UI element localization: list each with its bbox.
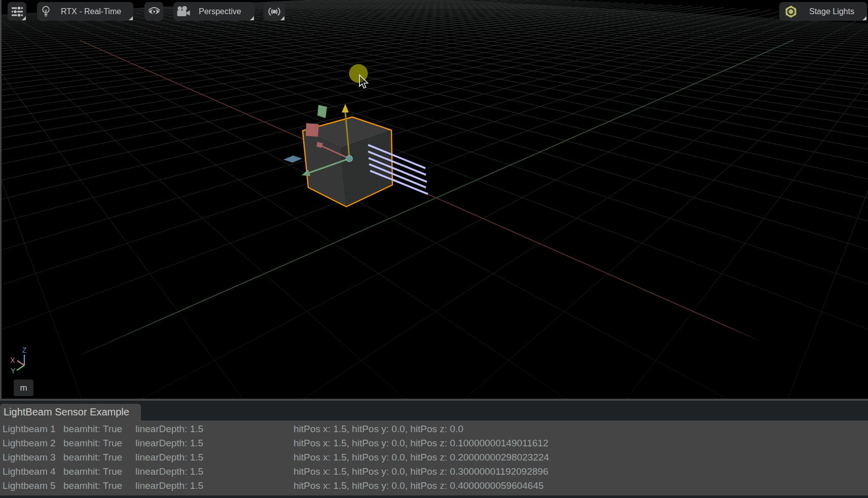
sensor-row-beamhit: beamhit: True (63, 465, 135, 479)
unit-badge[interactable]: m (14, 379, 33, 396)
scene-svg: Z X Y (0, 0, 868, 399)
renderer-mode-button[interactable]: RTX - Real-Time (37, 2, 133, 21)
sensor-row-lineardepth: linearDepth: 1.5 (135, 436, 294, 450)
tripod-y-label: Y (11, 367, 16, 375)
dropdown-corner-icon (250, 16, 254, 20)
tripod-z-label: Z (22, 346, 27, 354)
sensor-row-beamhit: beamhit: True (63, 450, 135, 465)
sensor-row-lineardepth: linearDepth: 1.5 (135, 479, 294, 493)
tripod-x-label: X (10, 356, 15, 364)
gizmo-xz-plane-handle[interactable] (306, 123, 319, 137)
sensor-row-name: Lightbeam 3 (3, 450, 63, 465)
sensor-row-name: Lightbeam 4 (3, 465, 63, 479)
sensor-row-beamhit: beamhit: True (63, 436, 135, 450)
signal-button[interactable] (264, 2, 285, 21)
sensor-row-lineardepth: linearDepth: 1.5 (135, 450, 294, 465)
viewport-3d[interactable]: Z X Y RTX - Real (0, 0, 868, 399)
dropdown-corner-icon (129, 16, 133, 20)
video-camera-icon (177, 6, 190, 17)
sensor-row-hitpos: hitPos x: 1.5, hitPos y: 0.0, hitPos z: … (294, 479, 544, 493)
viewport-settings-button[interactable] (8, 2, 26, 21)
sensor-row-lineardepth: linearDepth: 1.5 (135, 465, 294, 479)
viewport-left-edge (0, 0, 2, 399)
sensor-row-lineardepth: linearDepth: 1.5 (135, 422, 294, 436)
eye-icon (148, 7, 161, 16)
sensor-row-beamhit: beamhit: True (63, 479, 135, 493)
panel-bottom-strip (0, 495, 868, 498)
camera-view-button[interactable]: Perspective (173, 2, 255, 21)
sensor-row: Lightbeam 2beamhit: TruelinearDepth: 1.5… (0, 436, 868, 450)
panel-tab-bar: LightBeam Sensor Example (0, 401, 868, 420)
sliders-icon (11, 6, 23, 18)
camera-view-label: Perspective (199, 7, 241, 16)
tab-lightbeam-sensor-example[interactable]: LightBeam Sensor Example (0, 404, 141, 420)
gizmo-center-ball[interactable] (346, 156, 352, 162)
grid-depth-fade (0, 0, 868, 399)
visibility-button[interactable] (144, 2, 163, 21)
sensor-row-name: Lightbeam 1 (3, 422, 63, 436)
stage-lights-label: Stage Lights (809, 7, 854, 16)
sensor-row: Lightbeam 4beamhit: TruelinearDepth: 1.5… (0, 465, 868, 479)
sensor-row: Lightbeam 5beamhit: TruelinearDepth: 1.5… (0, 479, 868, 493)
sensor-row-beamhit: beamhit: True (63, 422, 135, 436)
sensor-row: Lightbeam 3beamhit: TruelinearDepth: 1.5… (0, 450, 868, 465)
dropdown-corner-icon (862, 16, 866, 20)
sensor-row: Lightbeam 1beamhit: TruelinearDepth: 1.5… (0, 422, 868, 436)
signal-waves-icon (267, 6, 282, 17)
omniverse-window: Z X Y RTX - Real (0, 0, 868, 498)
renderer-mode-label: RTX - Real-Time (61, 7, 121, 16)
sensor-readout-panel: Lightbeam 1beamhit: TruelinearDepth: 1.5… (0, 420, 868, 495)
sensor-row-hitpos: hitPos x: 1.5, hitPos y: 0.0, hitPos z: … (294, 422, 463, 436)
sensor-row-hitpos: hitPos x: 1.5, hitPos y: 0.0, hitPos z: … (294, 465, 548, 479)
stage-light-icon (784, 5, 798, 18)
lightbulb-icon (42, 5, 50, 18)
sensor-row-hitpos: hitPos x: 1.5, hitPos y: 0.0, hitPos z: … (294, 450, 549, 465)
sensor-row-hitpos: hitPos x: 1.5, hitPos y: 0.0, hitPos z: … (294, 436, 548, 450)
sensor-row-name: Lightbeam 5 (3, 479, 63, 493)
sensor-row-name: Lightbeam 2 (3, 436, 63, 450)
stage-lights-button[interactable]: Stage Lights (779, 2, 867, 21)
